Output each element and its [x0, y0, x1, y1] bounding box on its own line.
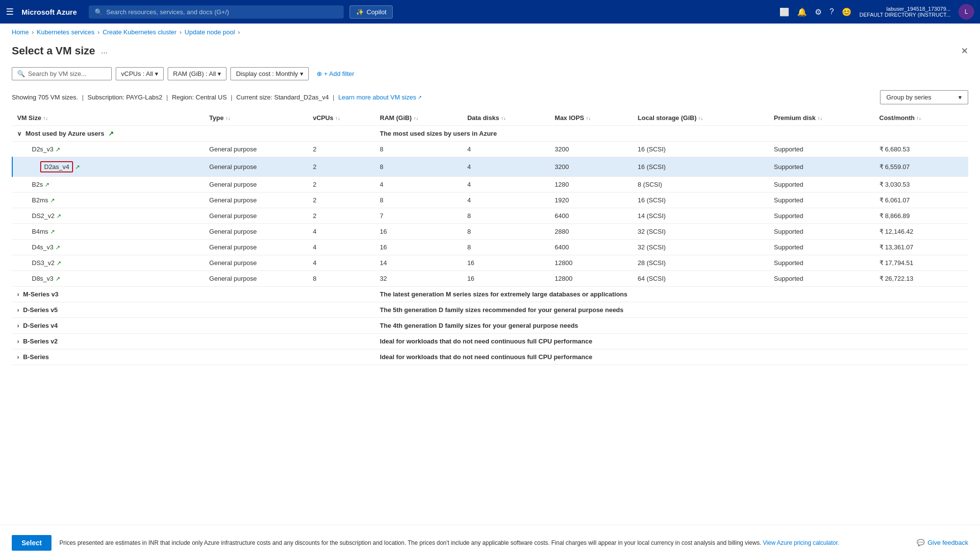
- data-disks-cell: 16: [462, 255, 550, 271]
- search-bar[interactable]: 🔍: [89, 5, 344, 19]
- add-filter-button[interactable]: ⊕ + Add filter: [313, 68, 358, 80]
- breadcrumb-kubernetes[interactable]: Kubernetes services: [37, 28, 95, 36]
- table-row[interactable]: B2s ↗ General purpose 2 4 4 1280 8 (SCSI…: [12, 177, 968, 193]
- ram-cell: 14: [375, 255, 462, 271]
- vm-name-text: D8s_v3: [32, 275, 53, 282]
- vm-name-text: B4ms: [32, 228, 48, 235]
- local-storage-cell: 28 (SCSI): [633, 255, 769, 271]
- col-premium-disk[interactable]: Premium disk ↑↓: [769, 110, 875, 126]
- table-row[interactable]: B4ms ↗ General purpose 4 16 8 2880 32 (S…: [12, 224, 968, 240]
- hamburger-menu[interactable]: ☰: [6, 6, 14, 17]
- group-by-chevron-icon: ▾: [958, 94, 962, 101]
- vcpus-filter[interactable]: vCPUs : All ▾: [116, 67, 164, 80]
- group-chevron-icon[interactable]: ›: [17, 354, 19, 361]
- vm-size-cell: B2s ↗: [12, 177, 204, 193]
- group-toggle-cell[interactable]: › D-Series v5: [12, 302, 204, 318]
- ram-filter[interactable]: RAM (GiB) : All ▾: [168, 67, 226, 80]
- vm-size-cell: DS2_v2 ↗: [12, 208, 204, 224]
- cost-month-cell: ₹ 17,794.51: [875, 255, 968, 271]
- ram-cell: 8: [375, 142, 462, 157]
- group-by-dropdown[interactable]: Group by series ▾: [880, 90, 968, 104]
- group-toggle-cell[interactable]: › B-Series: [12, 349, 204, 365]
- type-sort-icon: ↑↓: [226, 116, 230, 121]
- table-row[interactable]: D4s_v3 ↗ General purpose 4 16 8 6400 32 …: [12, 240, 968, 255]
- help-icon[interactable]: ?: [829, 7, 834, 16]
- learn-more-link[interactable]: Learn more about VM sizes ↗: [338, 94, 422, 101]
- ram-cell: 4: [375, 177, 462, 193]
- group-chevron-icon[interactable]: ›: [17, 291, 19, 298]
- display-cost-filter[interactable]: Display cost : Monthly ▾: [230, 67, 308, 80]
- breadcrumb-update[interactable]: Update node pool: [185, 28, 235, 36]
- table-row[interactable]: DS2_v2 ↗ General purpose 2 7 8 6400 14 (…: [12, 208, 968, 224]
- group-chevron-icon[interactable]: ›: [17, 307, 19, 314]
- table-row[interactable]: D2s_v3 ↗ General purpose 2 8 4 3200 16 (…: [12, 142, 968, 157]
- brand-name: Microsoft Azure: [22, 8, 77, 16]
- screen-icon[interactable]: ⬜: [779, 7, 789, 17]
- data-disks-cell: 4: [462, 177, 550, 193]
- col-vm-size[interactable]: VM Size ↑↓: [12, 110, 204, 126]
- nav-icons: ⬜ 🔔 ⚙ ? 😊 labuser_194518_173079... DEFAU…: [779, 4, 974, 20]
- group-toggle-cell[interactable]: ∨ Most used by Azure users ↗: [12, 126, 204, 142]
- breadcrumb-home[interactable]: Home: [12, 28, 29, 36]
- data-disks-cell: 8: [462, 224, 550, 240]
- search-input[interactable]: [106, 8, 338, 16]
- region-info: Region: Central US: [172, 94, 227, 101]
- table-row[interactable]: B2ms ↗ General purpose 2 8 4 1920 16 (SC…: [12, 193, 968, 208]
- trend-icon: ↗: [56, 213, 61, 219]
- breadcrumb-sep-2: ›: [98, 28, 100, 36]
- local-storage-sort-icon: ↑↓: [698, 116, 703, 121]
- user-avatar[interactable]: L: [958, 4, 974, 20]
- current-size-info: Current size: Standard_D2as_v4: [236, 94, 329, 101]
- vm-name-text: D2s_v3: [32, 146, 53, 153]
- filter-bar: 🔍 vCPUs : All ▾ RAM (GiB) : All ▾ Displa…: [0, 63, 980, 88]
- group-chevron-icon[interactable]: ›: [17, 322, 19, 329]
- table-row[interactable]: D2as_v4 ↗ General purpose 2 8 4 3200 16 …: [12, 157, 968, 177]
- col-ram[interactable]: RAM (GiB) ↑↓: [375, 110, 462, 126]
- table-row[interactable]: DS3_v2 ↗ General purpose 4 14 16 12800 2…: [12, 255, 968, 271]
- premium-disk-cell: Supported: [769, 208, 875, 224]
- type-cell: General purpose: [204, 255, 308, 271]
- col-type[interactable]: Type ↑↓: [204, 110, 308, 126]
- give-feedback-button[interactable]: 💬 Give feedback: [917, 539, 968, 546]
- group-chevron-icon[interactable]: ›: [17, 338, 19, 345]
- bell-icon[interactable]: 🔔: [797, 7, 807, 17]
- feedback-icon[interactable]: 😊: [842, 7, 852, 17]
- group-description: The 5th generation D family sizes recomm…: [375, 302, 968, 318]
- col-cost-month[interactable]: Cost/month ↑↓: [875, 110, 968, 126]
- vm-search-box[interactable]: 🔍: [12, 67, 112, 80]
- group-title: D-Series v5: [23, 306, 58, 314]
- vm-search-input[interactable]: [28, 70, 106, 77]
- group-chevron-icon[interactable]: ∨: [17, 130, 22, 137]
- group-toggle-cell[interactable]: › B-Series v2: [12, 334, 204, 349]
- breadcrumb-create[interactable]: Create Kubernetes cluster: [102, 28, 176, 36]
- select-button[interactable]: Select: [12, 535, 51, 551]
- trend-icon: ↗: [55, 275, 60, 282]
- premium-disk-cell: Supported: [769, 157, 875, 177]
- col-max-iops[interactable]: Max IOPS ↑↓: [550, 110, 633, 126]
- max-iops-cell: 6400: [550, 208, 633, 224]
- search-icon: 🔍: [17, 70, 25, 77]
- add-filter-icon: ⊕: [317, 70, 322, 77]
- col-vcpus[interactable]: vCPUs ↑↓: [308, 110, 375, 126]
- group-description: The most used sizes by users in Azure: [375, 126, 968, 142]
- col-local-storage[interactable]: Local storage (GiB) ↑↓: [633, 110, 769, 126]
- premium-disk-cell: Supported: [769, 271, 875, 287]
- copilot-button[interactable]: ✨ Copilot: [350, 5, 393, 19]
- max-iops-cell: 1280: [550, 177, 633, 193]
- trend-icon: ↗: [55, 244, 60, 251]
- gear-icon[interactable]: ⚙: [815, 7, 822, 17]
- table-row[interactable]: D8s_v3 ↗ General purpose 8 32 16 12800 6…: [12, 271, 968, 287]
- pricing-calculator-link[interactable]: View Azure pricing calculator.: [763, 539, 839, 546]
- vcpus-cell: 4: [308, 224, 375, 240]
- local-storage-cell: 14 (SCSI): [633, 208, 769, 224]
- group-toggle-cell[interactable]: › M-Series v3: [12, 287, 204, 302]
- max-iops-cell: 3200: [550, 142, 633, 157]
- page-options-button[interactable]: ...: [101, 47, 107, 55]
- info-bar-left: Showing 705 VM sizes. | Subscription: PA…: [12, 94, 422, 101]
- breadcrumb: Home › Kubernetes services › Create Kube…: [0, 24, 980, 41]
- col-data-disks[interactable]: Data disks ↑↓: [462, 110, 550, 126]
- max-iops-cell: 6400: [550, 240, 633, 255]
- max-iops-cell: 2880: [550, 224, 633, 240]
- close-button[interactable]: ✕: [961, 46, 968, 56]
- group-toggle-cell[interactable]: › D-Series v4: [12, 318, 204, 334]
